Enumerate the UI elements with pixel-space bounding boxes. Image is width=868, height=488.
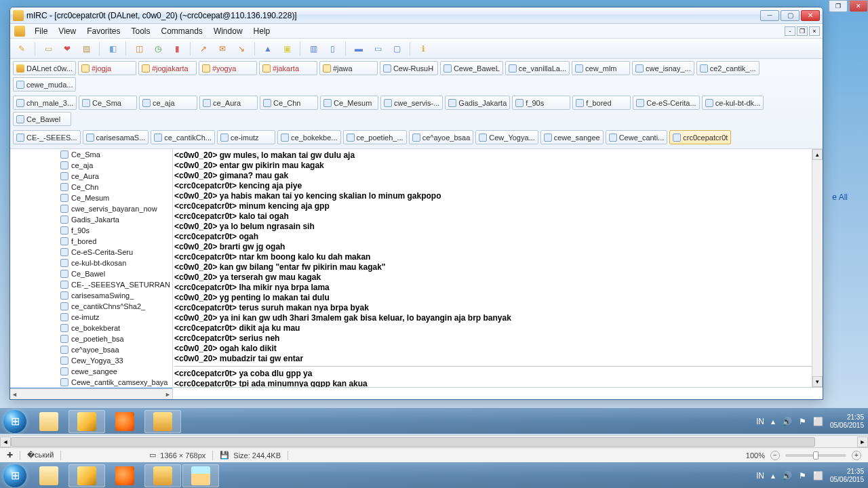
about-icon[interactable]: ℹ: [417, 43, 429, 55]
mdi-close-button[interactable]: ×: [809, 26, 820, 36]
switch-ceayoebsaa[interactable]: ce^ayoe_bsaa: [409, 130, 474, 144]
tile-horz-icon[interactable]: ▥: [307, 43, 319, 55]
switch-ceescerita[interactable]: Ce-eS-Cerita...: [633, 96, 699, 110]
switch-cepoetieh[interactable]: ce_poetieh_...: [343, 130, 407, 144]
switch-jakarta[interactable]: #jakarta: [259, 61, 317, 75]
tree-item[interactable]: Ce-eS-Cerita-Seru: [10, 247, 172, 258]
inner-firefox-button[interactable]: [106, 410, 143, 433]
switch-fbored[interactable]: f_bored: [572, 96, 631, 110]
switch-cechn[interactable]: Ce_Chn: [260, 96, 318, 110]
switch-dalnetc0w[interactable]: DALnet c0w...: [13, 61, 76, 75]
explorer-button[interactable]: [31, 464, 67, 487]
close-button[interactable]: ✕: [801, 10, 820, 21]
paint-button[interactable]: [182, 464, 219, 487]
switch-cewebawel[interactable]: Cewe_BaweL: [440, 61, 503, 75]
options-icon[interactable]: ▭: [42, 43, 54, 55]
tree-item[interactable]: carisesamaSwing_: [10, 290, 172, 301]
switch-cekulbtdk[interactable]: ce-kul-bt-dk...: [702, 96, 764, 110]
tree-item[interactable]: ce^ayoe_bsaa: [10, 344, 172, 355]
winamp-button[interactable]: [68, 464, 105, 487]
status-tool-icon[interactable]: ✚: [0, 451, 20, 460]
tree-item[interactable]: Gadis_Jakarta: [10, 214, 172, 225]
tree-item[interactable]: cewe_sangee: [10, 366, 172, 377]
network-icon[interactable]: ⬜: [813, 471, 823, 481]
volume-icon[interactable]: 🔊: [782, 471, 792, 481]
menu-commands[interactable]: Commands: [156, 25, 208, 37]
tree-list[interactable]: Ce_Smace_ajace_AuraCe_ChnCe_Mesumcwe_ser…: [10, 149, 172, 388]
maximize-button[interactable]: ▢: [781, 10, 800, 21]
switch-cweisnay[interactable]: cwe_isnay_...: [632, 61, 694, 75]
inner-show-hidden-icon[interactable]: ▴: [771, 417, 775, 426]
switch-cemesum[interactable]: Ce_Mesum: [320, 96, 378, 110]
switch-cevanillala[interactable]: ce_vanillaLa...: [505, 61, 570, 75]
tree-item[interactable]: Cewe_cantik_camsexy_baya: [10, 377, 172, 388]
clock[interactable]: 21:3505/06/2015: [830, 468, 864, 484]
tree-item[interactable]: Ce_Bawel: [10, 268, 172, 279]
window-icon[interactable]: ▢: [391, 43, 403, 55]
tree-item[interactable]: Ce_Sma: [10, 149, 172, 160]
status-crop-icon[interactable]: �ський: [20, 451, 60, 460]
switch-ce2cantik[interactable]: ce2_cantik_...: [696, 61, 760, 75]
minimize-button[interactable]: ─: [760, 10, 779, 21]
inner-clock[interactable]: 21:3505/06/2015: [830, 413, 864, 430]
zoom-out-button[interactable]: −: [770, 451, 780, 460]
tile-vert-icon[interactable]: ▯: [326, 43, 338, 55]
switch-cesma[interactable]: Ce_Sma: [79, 96, 137, 110]
switch-cebawel[interactable]: Ce_Bawel: [13, 112, 71, 126]
switch-chnmale3[interactable]: chn_male_3...: [13, 96, 77, 110]
tree-item[interactable]: ce_aja: [10, 160, 172, 171]
mirc-button[interactable]: [144, 464, 181, 487]
channels-list-icon[interactable]: ▤: [80, 43, 92, 55]
show-hidden-icon[interactable]: ▴: [771, 471, 775, 481]
menu-window[interactable]: Window: [208, 25, 248, 37]
favorites-icon[interactable]: ❤: [61, 43, 73, 55]
switch-ceimutz[interactable]: ce-imutz: [217, 130, 275, 144]
switch-ceseees[interactable]: CE-_-SEEES...: [13, 130, 81, 144]
menu-tools[interactable]: Tools: [126, 25, 156, 37]
tree-item[interactable]: Cew_Yogya_33: [10, 355, 172, 366]
menu-help[interactable]: Help: [248, 25, 276, 37]
menu-file[interactable]: File: [29, 25, 53, 37]
switch-cewmlm[interactable]: cew_mlm: [572, 61, 630, 75]
urls-icon[interactable]: ▣: [281, 43, 293, 55]
tree-item[interactable]: ce_Aura: [10, 171, 172, 182]
start-button-inner[interactable]: [0, 409, 30, 434]
inner-network-icon[interactable]: ⬜: [813, 417, 823, 426]
cascade-icon[interactable]: ▬: [353, 43, 365, 55]
switch-cewemuda[interactable]: cewe_muda...: [13, 77, 76, 92]
switch-f90s[interactable]: f_90s: [512, 96, 570, 110]
switch-cebokekbe[interactable]: ce_bokekbe...: [277, 130, 341, 144]
inner-flag-icon[interactable]: ⚑: [799, 417, 806, 426]
colors-icon[interactable]: ▮: [171, 43, 183, 55]
chat-input[interactable]: [173, 390, 823, 400]
switch-cewecanti[interactable]: Cewe_canti...: [606, 130, 668, 144]
switch-gadisjakarta[interactable]: Gadis_Jakarta: [445, 96, 510, 110]
flag-icon[interactable]: ⚑: [799, 471, 806, 481]
tree-item[interactable]: ce-kul-bt-dkosan: [10, 258, 172, 268]
mdi-restore-button[interactable]: ❐: [797, 26, 808, 36]
switch-jogjakarta[interactable]: #jogjakarta: [138, 61, 197, 75]
tree-item[interactable]: CE-_-SEEESYA_SETURRAN: [10, 279, 172, 290]
scripts-icon[interactable]: ◧: [106, 43, 119, 55]
menu-favorites[interactable]: Favorites: [81, 25, 125, 37]
tree-item[interactable]: Ce_Mesum: [10, 192, 172, 203]
switch-jogja[interactable]: #jogja: [78, 61, 136, 75]
outer-close-button[interactable]: ✕: [849, 0, 868, 12]
switch-cewesangee[interactable]: cewe_sangee: [540, 130, 604, 144]
tree-item[interactable]: ce-imutz: [10, 312, 172, 323]
zoom-slider[interactable]: [785, 454, 846, 457]
lang-indicator[interactable]: IN: [756, 471, 764, 481]
timer-icon[interactable]: ◷: [152, 43, 164, 55]
tree-item[interactable]: f_bored: [10, 236, 172, 247]
viewer-hscrollbar[interactable]: ◄►: [0, 435, 868, 447]
firefox-button[interactable]: [106, 464, 143, 487]
notify-icon[interactable]: ▲: [262, 43, 274, 55]
zoom-in-button[interactable]: +: [852, 451, 861, 460]
tree-item[interactable]: ce_cantikChns^Sha2_: [10, 301, 172, 312]
dcc-get-icon[interactable]: ↘: [235, 43, 248, 55]
switch-cecantikch[interactable]: ce_cantikCh...: [151, 130, 215, 144]
tree-item[interactable]: f_90s: [10, 225, 172, 236]
inner-mirc-button[interactable]: [144, 410, 181, 433]
menu-view[interactable]: View: [53, 25, 81, 37]
inner-volume-icon[interactable]: 🔊: [782, 417, 792, 426]
